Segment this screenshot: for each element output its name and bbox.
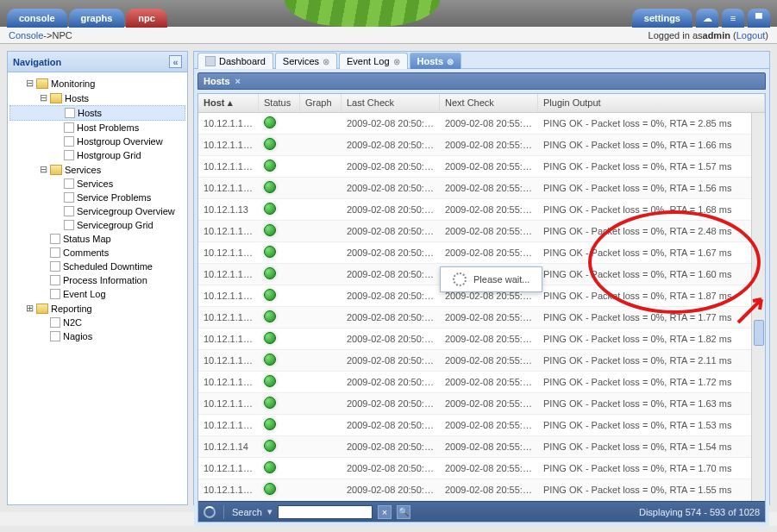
tab-services[interactable]: Services⊗: [275, 53, 337, 69]
scrollbar-thumb[interactable]: [754, 320, 764, 346]
menu-icon[interactable]: ≡: [722, 9, 744, 28]
table-row[interactable]: 10.12.1.1312009-02-08 20:50:512009-02-08…: [198, 242, 751, 264]
top-tab-console[interactable]: console: [7, 9, 67, 28]
close-tab-icon[interactable]: ⊗: [393, 57, 400, 66]
cell-next-check: 2009-02-08 20:55:57: [440, 309, 538, 326]
tree-node-comments[interactable]: Comments: [9, 246, 185, 260]
cell-next-check: 2009-02-08 20:55:57: [440, 158, 538, 175]
status-ok-icon: [264, 375, 276, 387]
status-ok-icon: [264, 397, 276, 409]
table-row[interactable]: 10.12.1.1262009-02-08 20:50:512009-02-08…: [198, 113, 751, 135]
column-header-next-check[interactable]: Next Check: [440, 94, 538, 112]
cell-host: 10.12.1.13: [198, 201, 259, 218]
page-icon: [50, 261, 60, 272]
table-row[interactable]: 10.12.1.1382009-02-08 20:50:512009-02-08…: [198, 393, 751, 415]
tree-node-servicegroup-grid[interactable]: Servicegroup Grid: [9, 218, 185, 232]
close-grid-icon[interactable]: ×: [235, 76, 241, 86]
tree-node-host-problems[interactable]: Host Problems: [9, 121, 185, 135]
table-row[interactable]: 10.12.1.1292009-02-08 20:50:512009-02-08…: [198, 178, 751, 199]
tree-node-hosts[interactable]: ⊟Hosts: [9, 91, 185, 105]
plus-icon[interactable]: ⊞: [25, 303, 34, 314]
table-row[interactable]: 10.12.1.1272009-02-08 20:50:512009-02-08…: [198, 135, 751, 156]
table-row[interactable]: 10.12.1.142009-02-08 20:50:522009-02-08 …: [198, 436, 751, 458]
cell-next-check: 2009-02-08 20:55:57: [440, 352, 538, 369]
close-tab-icon[interactable]: ⊗: [323, 57, 329, 66]
top-tab-graphs[interactable]: graphs: [69, 9, 125, 28]
navigation-tree: ⊟Monitoring⊟HostsHostsHost ProblemsHostg…: [8, 72, 187, 504]
top-tab-npc[interactable]: npc: [126, 9, 167, 28]
table-row[interactable]: 10.12.1.1372009-02-08 20:50:512009-02-08…: [198, 372, 751, 393]
table-row[interactable]: 10.12.1.1392009-02-08 20:50:512009-02-08…: [198, 415, 751, 436]
tab-dashboard[interactable]: Dashboard: [197, 53, 273, 69]
cell-next-check: 2009-02-08 20:55:57: [440, 373, 538, 391]
clear-search-button[interactable]: ×: [378, 505, 392, 519]
cloud-icon[interactable]: ☁: [696, 9, 718, 28]
top-tab-bar: consolegraphsnpc settings ☁ ≡ ▀: [0, 0, 777, 27]
status-ok-icon: [264, 116, 276, 128]
column-header-last-check[interactable]: Last Check: [342, 94, 440, 112]
tree-node-services[interactable]: Services: [9, 177, 185, 191]
vertical-scrollbar[interactable]: [751, 113, 765, 501]
tree-node-hosts[interactable]: Hosts: [9, 105, 185, 121]
table-row[interactable]: 10.12.1.1352009-02-08 20:50:512009-02-08…: [198, 329, 751, 350]
tree-node-service-problems[interactable]: Service Problems: [9, 191, 185, 204]
tree-node-status-map[interactable]: Status Map: [9, 232, 185, 246]
tree-node-hostgroup-overview[interactable]: Hostgroup Overview: [9, 135, 185, 148]
column-header-status[interactable]: Status: [259, 94, 300, 112]
run-search-button[interactable]: 🔍: [397, 505, 410, 519]
column-header-host[interactable]: Host ▴: [198, 94, 259, 112]
cell-status: [259, 178, 300, 198]
tab-event-log[interactable]: Event Log⊗: [339, 53, 408, 69]
cell-next-check: 2009-02-08 20:55:57: [440, 330, 538, 347]
logout-link[interactable]: Logout: [736, 30, 766, 41]
tree-node-reporting[interactable]: ⊞Reporting: [9, 301, 185, 316]
cell-plugin-output: PING OK - Packet loss = 0%, RTA = 1.66 m…: [538, 136, 751, 153]
top-tab-settings[interactable]: settings: [632, 9, 692, 28]
table-row[interactable]: 10.12.1.1402009-02-08 20:50:522009-02-08…: [198, 458, 751, 479]
page-icon: [64, 150, 74, 160]
tree-node-services[interactable]: ⊟Services: [9, 162, 185, 177]
table-row[interactable]: 10.12.1.1282009-02-08 20:50:512009-02-08…: [198, 156, 751, 178]
table-row[interactable]: 10.12.1.132009-02-08 20:50:512009-02-08 …: [198, 199, 751, 221]
column-header-plugin-output[interactable]: Plugin Output: [538, 94, 765, 112]
column-header-graph[interactable]: Graph: [300, 94, 342, 112]
minus-icon[interactable]: ⊟: [39, 92, 47, 103]
tree-node-n2c[interactable]: N2C: [9, 316, 185, 329]
cell-status: [259, 436, 300, 457]
cell-plugin-output: PING OK - Packet loss = 0%, RTA = 2.11 m…: [538, 352, 751, 369]
cell-status: [259, 329, 300, 349]
cell-next-check: 2009-02-08 20:55:57: [440, 481, 538, 498]
cell-graph: [300, 163, 342, 170]
tree-node-scheduled-downtime[interactable]: Scheduled Downtime: [9, 260, 185, 273]
page-icon: [64, 192, 74, 203]
status-ok-icon: [264, 160, 276, 172]
breadcrumb-console-link[interactable]: Console: [9, 30, 43, 41]
tree-node-event-log[interactable]: Event Log: [9, 287, 185, 301]
table-row[interactable]: 10.12.1.1412009-02-08 20:50:522009-02-08…: [198, 479, 751, 501]
tab-hosts[interactable]: Hosts⊗: [410, 53, 462, 69]
tree-node-servicegroup-overview[interactable]: Servicegroup Overview: [9, 204, 185, 218]
tree-node-nagios[interactable]: Nagios: [9, 329, 185, 343]
cell-next-check: 2009-02-08 20:55:57: [440, 244, 538, 261]
cell-graph: [300, 400, 342, 407]
tree-node-monitoring[interactable]: ⊟Monitoring: [9, 76, 185, 91]
cell-plugin-output: PING OK - Packet loss = 0%, RTA = 1.56 m…: [538, 179, 751, 197]
collapse-nav-button[interactable]: «: [169, 55, 182, 68]
cell-status: [259, 264, 300, 285]
close-tab-icon[interactable]: ⊗: [447, 57, 454, 66]
tree-label: Hosts: [65, 93, 89, 103]
chart-icon[interactable]: ▀: [748, 9, 770, 28]
table-row[interactable]: 10.12.1.1302009-02-08 20:50:512009-02-08…: [198, 221, 751, 242]
table-row[interactable]: 10.12.1.1342009-02-08 20:50:512009-02-08…: [198, 307, 751, 329]
tree-node-hostgroup-grid[interactable]: Hostgroup Grid: [9, 148, 185, 162]
status-ok-icon: [264, 440, 276, 452]
tree-node-process-information[interactable]: Process Information: [9, 273, 185, 287]
table-row[interactable]: 10.12.1.1362009-02-08 20:50:512009-02-08…: [198, 350, 751, 372]
minus-icon[interactable]: ⊟: [25, 78, 34, 89]
cell-host: 10.12.1.133: [198, 287, 259, 304]
search-input[interactable]: [278, 505, 373, 519]
hosts-grid: Host ▴StatusGraphLast CheckNext CheckPlu…: [197, 93, 766, 523]
cell-status: [259, 458, 300, 479]
search-dropdown-icon[interactable]: ▾: [267, 506, 273, 517]
minus-icon[interactable]: ⊟: [39, 164, 47, 175]
